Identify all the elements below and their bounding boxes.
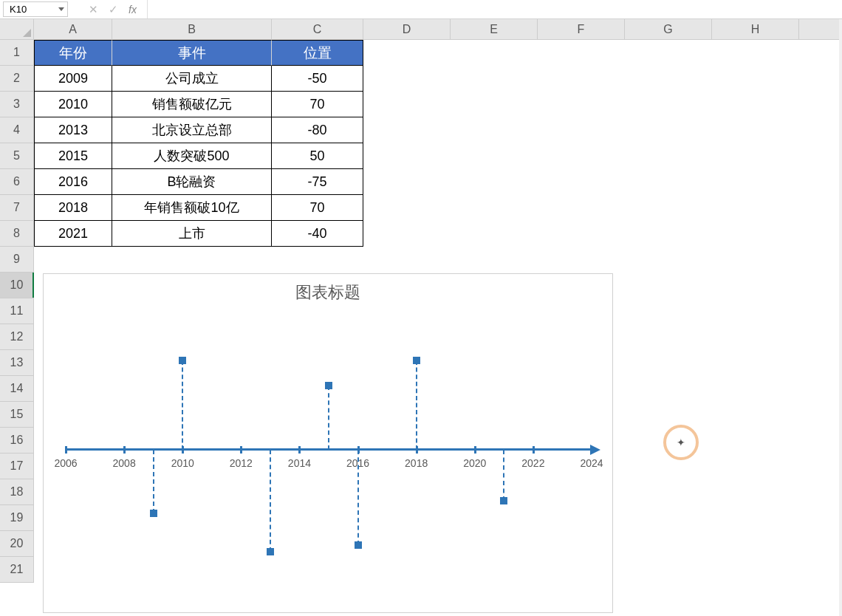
col-header-B[interactable]: B xyxy=(112,19,272,39)
cell-C5[interactable]: 50 xyxy=(272,143,363,169)
row-header-12[interactable]: 12 xyxy=(0,324,34,350)
cell-C7[interactable]: 70 xyxy=(272,195,363,221)
cell-B6[interactable]: B轮融资 xyxy=(112,169,272,195)
column-headers: A B C D E F G H xyxy=(34,19,842,40)
table-row: 2013 北京设立总部 -80 xyxy=(34,117,363,143)
row-header-2[interactable]: 2 xyxy=(0,66,34,92)
cell-A2[interactable]: 2009 xyxy=(34,66,112,92)
row-header-13[interactable]: 13 xyxy=(0,350,34,376)
col-header-C[interactable]: C xyxy=(272,19,363,39)
chart-data-marker[interactable] xyxy=(500,497,507,504)
axis-tick-label: 2014 xyxy=(288,457,311,469)
col-header-H[interactable]: H xyxy=(712,19,799,39)
chart-drop-line xyxy=(357,450,359,545)
chart-data-marker[interactable] xyxy=(325,382,332,389)
row-header-18[interactable]: 18 xyxy=(0,479,34,505)
axis-tick-label: 2020 xyxy=(463,457,486,469)
cell-B8[interactable]: 上市 xyxy=(112,221,272,247)
row-header-16[interactable]: 16 xyxy=(0,428,34,454)
row-header-5[interactable]: 5 xyxy=(0,143,34,169)
cancel-formula-button[interactable]: ✕ xyxy=(89,3,98,16)
table-row: 年份 事件 位置 xyxy=(34,40,363,66)
cell-C1[interactable]: 位置 xyxy=(272,40,363,66)
confirm-formula-button[interactable]: ✓ xyxy=(109,3,118,16)
chart-data-marker[interactable] xyxy=(150,510,157,517)
row-header-4[interactable]: 4 xyxy=(0,117,34,143)
row-header-9[interactable]: 9 xyxy=(0,247,34,273)
cells-area: 年份 事件 位置 2009 公司成立 -50 2010 销售额破亿元 70 20… xyxy=(34,40,363,247)
row-header-21[interactable]: 21 xyxy=(0,557,34,583)
chart-data-marker[interactable] xyxy=(355,541,362,549)
table-row: 2016 B轮融资 -75 xyxy=(34,169,363,195)
cursor-highlight: ✦ xyxy=(663,425,699,460)
row-header-10[interactable]: 10 xyxy=(0,273,34,298)
table-row: 2018 年销售额破10亿 70 xyxy=(34,195,363,221)
cell-B2[interactable]: 公司成立 xyxy=(112,66,272,92)
cell-B7[interactable]: 年销售额破10亿 xyxy=(112,195,272,221)
chart-drop-line xyxy=(182,360,183,450)
row-header-6[interactable]: 6 xyxy=(0,169,34,195)
cell-A7[interactable]: 2018 xyxy=(34,195,112,221)
cell-A8[interactable]: 2021 xyxy=(34,221,112,247)
col-header-G[interactable]: G xyxy=(625,19,712,39)
row-header-8[interactable]: 8 xyxy=(0,221,34,247)
chart-data-marker[interactable] xyxy=(179,357,186,364)
col-header-E[interactable]: E xyxy=(451,19,538,39)
formula-buttons: ✕ ✓ fx xyxy=(78,0,148,18)
chevron-down-icon[interactable] xyxy=(58,7,64,11)
table-row: 2010 销售额破亿元 70 xyxy=(34,92,363,117)
chart-data-marker[interactable] xyxy=(413,357,420,364)
cell-B4[interactable]: 北京设立总部 xyxy=(112,117,272,143)
axis-tick xyxy=(123,446,126,454)
axis-tick xyxy=(474,446,476,454)
chart-drop-line xyxy=(503,450,504,501)
row-header-11[interactable]: 11 xyxy=(0,298,34,324)
cell-A4[interactable]: 2013 xyxy=(34,117,112,143)
cell-C2[interactable]: -50 xyxy=(272,66,363,92)
cell-C4[interactable]: -80 xyxy=(272,117,363,143)
cell-C8[interactable]: -40 xyxy=(272,221,363,247)
axis-tick-label: 2018 xyxy=(405,457,428,469)
axis-tick xyxy=(533,446,535,454)
cell-A3[interactable]: 2010 xyxy=(34,92,112,117)
cell-B1[interactable]: 事件 xyxy=(112,40,272,66)
chart-plot-area[interactable]: 2006200820102012201420162018202020222024 xyxy=(58,315,599,599)
cell-C3[interactable]: 70 xyxy=(272,92,363,117)
vertical-scrollbar[interactable] xyxy=(839,19,842,616)
row-headers: 1 2 3 4 5 6 7 8 9 10 11 12 13 14 15 16 1… xyxy=(0,40,34,583)
cell-C6[interactable]: -75 xyxy=(272,169,363,195)
cell-B3[interactable]: 销售额破亿元 xyxy=(112,92,272,117)
row-header-15[interactable]: 15 xyxy=(0,402,34,428)
row-header-20[interactable]: 20 xyxy=(0,531,34,557)
chart-drop-line xyxy=(416,360,417,450)
row-header-1[interactable]: 1 xyxy=(0,40,34,66)
cell-B5[interactable]: 人数突破500 xyxy=(112,143,272,169)
axis-tick xyxy=(65,446,67,454)
chart-title[interactable]: 图表标题 xyxy=(44,281,612,304)
axis-tick-label: 2010 xyxy=(171,457,194,469)
table-row: 2009 公司成立 -50 xyxy=(34,66,363,92)
select-all-corner[interactable] xyxy=(0,19,34,40)
name-box[interactable]: K10 xyxy=(3,1,68,17)
row-header-17[interactable]: 17 xyxy=(0,454,34,479)
cell-A1[interactable]: 年份 xyxy=(34,40,112,66)
chart-data-marker[interactable] xyxy=(267,548,274,555)
col-header-F[interactable]: F xyxy=(538,19,625,39)
col-header-A[interactable]: A xyxy=(34,19,112,39)
col-header-D[interactable]: D xyxy=(363,19,451,39)
formula-bar: K10 ✕ ✓ fx xyxy=(0,0,842,19)
chart-drop-line xyxy=(328,386,329,449)
fx-icon[interactable]: fx xyxy=(129,4,137,16)
chart-object[interactable]: 图表标题 20062008201020122014201620182020202… xyxy=(43,273,613,613)
cell-A6[interactable]: 2016 xyxy=(34,169,112,195)
table-row: 2021 上市 -40 xyxy=(34,221,363,247)
row-header-14[interactable]: 14 xyxy=(0,376,34,402)
row-header-7[interactable]: 7 xyxy=(0,195,34,221)
row-header-3[interactable]: 3 xyxy=(0,92,34,117)
row-header-19[interactable]: 19 xyxy=(0,505,34,531)
cell-A5[interactable]: 2015 xyxy=(34,143,112,169)
name-box-value: K10 xyxy=(10,4,27,15)
axis-tick-label: 2022 xyxy=(521,457,544,469)
formula-input[interactable] xyxy=(148,0,842,18)
axis-tick xyxy=(240,446,242,454)
